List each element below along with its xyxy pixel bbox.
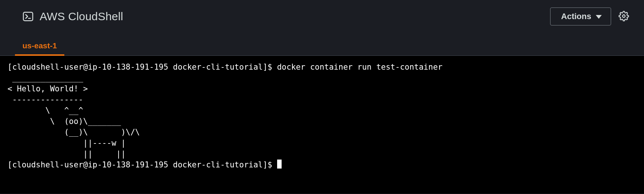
terminal-prompt: [cloudshell-user@ip-10-138-191-195 docke… [7,160,277,169]
svg-point-3 [623,15,625,17]
terminal-command: docker container run test-container [277,63,443,72]
cloudshell-terminal-icon [22,11,34,22]
actions-button-label: Actions [561,12,591,21]
title-group: AWS CloudShell [22,10,123,23]
header: AWS CloudShell Actions [0,0,644,28]
page-title: AWS CloudShell [40,10,123,23]
terminal-prompt: [cloudshell-user@ip-10-138-191-195 docke… [7,63,277,72]
settings-button[interactable] [619,11,629,22]
tab-us-east-1[interactable]: us-east-1 [15,37,64,55]
terminal-output: _______________ < Hello, World! > ------… [7,73,140,158]
gear-icon [619,11,629,22]
terminal-cursor [277,160,282,169]
tab-label: us-east-1 [22,41,57,50]
terminal[interactable]: [cloudshell-user@ip-10-138-191-195 docke… [0,56,644,194]
svg-marker-2 [596,15,602,19]
caret-down-icon [596,12,602,21]
actions-button[interactable]: Actions [550,7,611,25]
actions-group: Actions [550,7,629,25]
tabs: us-east-1 [0,37,644,56]
